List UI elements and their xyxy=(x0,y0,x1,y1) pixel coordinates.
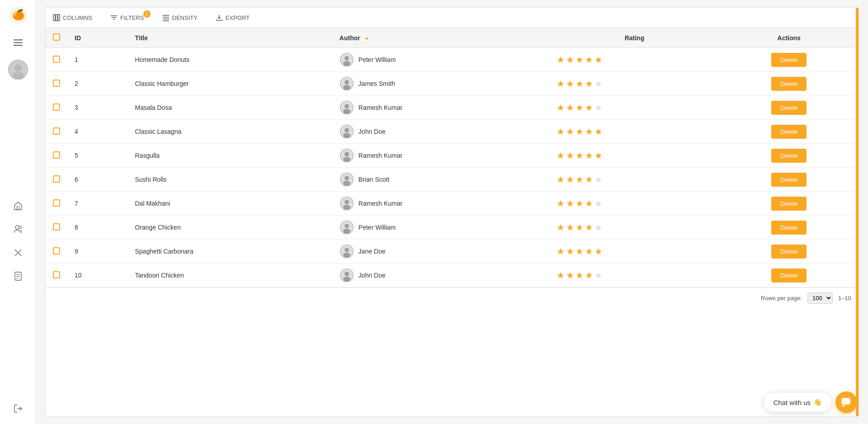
chat-bubble[interactable]: Chat with us 👋 xyxy=(764,393,831,412)
cell-actions: Delete xyxy=(719,240,859,264)
author-name: Peter William xyxy=(359,56,396,63)
cell-id: 5 xyxy=(67,144,128,168)
col-rating: Rating xyxy=(549,28,719,48)
row-checkbox[interactable] xyxy=(53,199,60,207)
cell-actions: Delete xyxy=(719,120,859,144)
star-filled: ★ xyxy=(566,102,574,113)
svg-marker-28 xyxy=(365,37,368,39)
star-filled: ★ xyxy=(576,198,584,209)
star-filled: ★ xyxy=(594,126,603,137)
delete-button[interactable]: Delete xyxy=(771,197,807,211)
row-checkbox[interactable] xyxy=(53,247,60,254)
star-filled: ★ xyxy=(585,270,593,281)
users-icon[interactable] xyxy=(8,219,28,239)
star-filled: ★ xyxy=(566,78,574,89)
document-icon[interactable] xyxy=(8,266,28,286)
star-half: ★ xyxy=(594,54,603,65)
home-icon[interactable] xyxy=(8,196,28,216)
author-avatar xyxy=(340,148,354,163)
scroll-accent-bar xyxy=(856,8,859,416)
author-avatar xyxy=(340,76,354,91)
rows-per-page-select[interactable]: 100 50 25 xyxy=(807,292,833,304)
select-all-checkbox[interactable] xyxy=(53,33,60,41)
cell-author: Peter William xyxy=(332,48,550,72)
star-empty: ★ xyxy=(594,102,603,113)
delete-button[interactable]: Delete xyxy=(771,269,807,283)
svg-point-51 xyxy=(344,224,349,228)
star-empty: ★ xyxy=(594,78,603,89)
cell-author: James Smith xyxy=(332,72,550,96)
delete-button[interactable]: Delete xyxy=(771,149,807,163)
star-filled: ★ xyxy=(594,150,603,161)
svg-rect-2 xyxy=(14,39,23,41)
svg-point-57 xyxy=(344,272,349,276)
cell-actions: Delete xyxy=(719,264,859,287)
row-checkbox[interactable] xyxy=(53,223,60,231)
star-filled: ★ xyxy=(557,54,565,65)
cell-actions: Delete xyxy=(719,216,859,240)
delete-button[interactable]: Delete xyxy=(771,245,807,259)
svg-point-36 xyxy=(344,104,349,108)
star-filled: ★ xyxy=(585,78,593,89)
tools-icon[interactable] xyxy=(8,243,28,263)
svg-point-30 xyxy=(344,56,349,61)
columns-button[interactable]: COLUMNS xyxy=(49,12,96,23)
col-actions: Actions xyxy=(719,28,859,48)
table-row: 6Sushi Rolls Brian Scott ★★★★★Delete xyxy=(46,168,859,192)
cell-id: 1 xyxy=(67,48,128,72)
svg-rect-3 xyxy=(14,42,23,43)
delete-button[interactable]: Delete xyxy=(771,221,807,235)
menu-icon[interactable] xyxy=(8,33,28,52)
table-row: 3Masala Dosa Ramesh Kumar ★★★★★Delete xyxy=(46,96,859,120)
cell-rating: ★★★★★ xyxy=(549,96,719,120)
star-filled: ★ xyxy=(557,150,565,161)
columns-label: COLUMNS xyxy=(63,14,92,21)
star-filled: ★ xyxy=(566,246,574,257)
pagination-bar: Rows per page: 100 50 25 1–10 xyxy=(46,287,859,308)
chat-open-button[interactable] xyxy=(835,391,857,413)
logout-icon[interactable] xyxy=(8,399,28,419)
export-label: EXPORT xyxy=(226,14,250,21)
row-checkbox[interactable] xyxy=(53,151,60,159)
star-filled: ★ xyxy=(557,102,565,113)
export-button[interactable]: EXPORT xyxy=(212,12,253,23)
col-id: ID xyxy=(67,28,128,48)
star-filled: ★ xyxy=(557,222,565,233)
delete-button[interactable]: Delete xyxy=(771,173,807,187)
star-filled: ★ xyxy=(557,126,565,137)
filters-button[interactable]: FILTERS 1 xyxy=(107,12,148,23)
row-checkbox[interactable] xyxy=(53,104,60,111)
row-checkbox[interactable] xyxy=(53,127,60,135)
delete-button[interactable]: Delete xyxy=(771,77,807,91)
table-row: 10Tandoori Chicken John Doe ★★★★★Delete xyxy=(46,264,859,287)
author-avatar xyxy=(340,124,354,139)
cell-title: Masala Dosa xyxy=(128,96,332,120)
cell-id: 9 xyxy=(67,240,128,264)
cell-rating: ★★★★★ xyxy=(549,144,719,168)
logo[interactable]: 🍊 xyxy=(8,5,28,25)
delete-button[interactable]: Delete xyxy=(771,53,807,67)
rows-per-page-label: Rows per page: xyxy=(761,295,802,302)
row-checkbox[interactable] xyxy=(53,56,60,63)
row-checkbox[interactable] xyxy=(53,80,60,87)
cell-id: 6 xyxy=(67,168,128,192)
row-checkbox[interactable] xyxy=(53,271,60,278)
table-row: 1Homemade Donuts Peter William ★★★★★Dele… xyxy=(46,48,859,72)
author-name: John Doe xyxy=(359,272,386,279)
star-filled: ★ xyxy=(576,150,584,161)
delete-button[interactable]: Delete xyxy=(771,101,807,115)
delete-button[interactable]: Delete xyxy=(771,125,807,139)
cell-rating: ★★★★★ xyxy=(549,120,719,144)
row-checkbox[interactable] xyxy=(53,175,60,183)
svg-point-9 xyxy=(15,226,19,229)
cell-actions: Delete xyxy=(719,168,859,192)
star-filled: ★ xyxy=(585,54,593,65)
star-filled: ★ xyxy=(576,126,584,137)
density-button[interactable]: DENSITY xyxy=(159,12,201,23)
star-empty: ★ xyxy=(594,174,603,185)
star-filled: ★ xyxy=(585,102,593,113)
cell-author: Ramesh Kumar xyxy=(332,144,550,168)
star-filled: ★ xyxy=(557,246,565,257)
user-avatar[interactable] xyxy=(8,60,28,80)
star-filled: ★ xyxy=(585,246,593,257)
